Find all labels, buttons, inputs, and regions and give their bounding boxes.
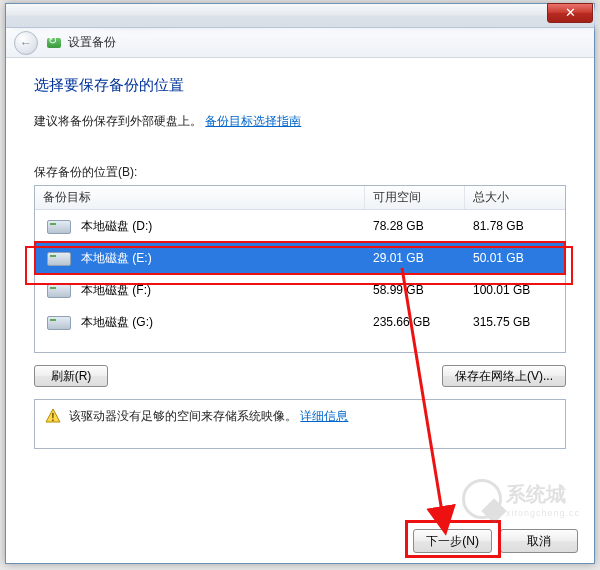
middle-button-row: 刷新(R) 保存在网络上(V)... bbox=[34, 365, 566, 387]
drive-free: 235.66 GB bbox=[365, 315, 465, 329]
warning-box: ! 该驱动器没有足够的空间来存储系统映像。 详细信息 bbox=[34, 399, 566, 449]
drive-total: 315.75 GB bbox=[465, 315, 565, 329]
drive-icon bbox=[45, 248, 73, 268]
instruction-label: 建议将备份保存到外部硬盘上。 bbox=[34, 114, 202, 128]
drive-icon bbox=[45, 280, 73, 300]
footer-buttons: 下一步(N) 取消 bbox=[413, 529, 578, 553]
drive-free: 78.28 GB bbox=[365, 219, 465, 233]
drive-rows-container: 本地磁盘 (D:)78.28 GB81.78 GB本地磁盘 (E:)29.01 … bbox=[35, 210, 565, 338]
next-button[interactable]: 下一步(N) bbox=[413, 529, 492, 553]
close-button[interactable]: ✕ bbox=[547, 3, 593, 23]
drive-total: 50.01 GB bbox=[465, 251, 565, 265]
drive-name: 本地磁盘 (F:) bbox=[81, 282, 365, 299]
guide-link[interactable]: 备份目标选择指南 bbox=[205, 114, 301, 128]
svg-text:!: ! bbox=[51, 412, 54, 423]
watermark-logo-icon bbox=[462, 479, 502, 519]
back-button[interactable]: ← bbox=[14, 31, 38, 55]
content-area: 选择要保存备份的位置 建议将备份保存到外部硬盘上。 备份目标选择指南 保存备份的… bbox=[6, 58, 594, 463]
header-bar: ← 设置备份 bbox=[6, 28, 594, 58]
drive-name: 本地磁盘 (E:) bbox=[81, 250, 365, 267]
col-header-target[interactable]: 备份目标 bbox=[35, 186, 365, 209]
location-label: 保存备份的位置(B): bbox=[34, 164, 566, 181]
warning-text: 该驱动器没有足够的空间来存储系统映像。 详细信息 bbox=[69, 408, 348, 425]
watermark: 系统城 xitongcheng.cc bbox=[462, 479, 580, 519]
drive-total: 81.78 GB bbox=[465, 219, 565, 233]
drive-name: 本地磁盘 (D:) bbox=[81, 218, 365, 235]
col-header-free[interactable]: 可用空间 bbox=[365, 186, 465, 209]
drive-row[interactable]: 本地磁盘 (G:)235.66 GB315.75 GB bbox=[35, 306, 565, 338]
page-title: 选择要保存备份的位置 bbox=[34, 76, 566, 95]
details-link[interactable]: 详细信息 bbox=[300, 409, 348, 423]
table-header: 备份目标 可用空间 总大小 bbox=[35, 186, 565, 210]
drive-row[interactable]: 本地磁盘 (F:)58.99 GB100.01 GB bbox=[35, 274, 565, 306]
watermark-text: 系统城 bbox=[506, 481, 580, 508]
drive-row[interactable]: 本地磁盘 (D:)78.28 GB81.78 GB bbox=[35, 210, 565, 242]
drive-row[interactable]: 本地磁盘 (E:)29.01 GB50.01 GB bbox=[35, 242, 565, 274]
backup-icon bbox=[46, 35, 62, 51]
header-title: 设置备份 bbox=[68, 34, 116, 51]
refresh-button[interactable]: 刷新(R) bbox=[34, 365, 108, 387]
drive-free: 58.99 GB bbox=[365, 283, 465, 297]
drive-table: 备份目标 可用空间 总大小 本地磁盘 (D:)78.28 GB81.78 GB本… bbox=[34, 185, 566, 353]
warning-icon: ! bbox=[45, 408, 61, 424]
drive-total: 100.01 GB bbox=[465, 283, 565, 297]
drive-name: 本地磁盘 (G:) bbox=[81, 314, 365, 331]
titlebar: ✕ bbox=[6, 4, 594, 28]
save-network-button[interactable]: 保存在网络上(V)... bbox=[442, 365, 566, 387]
drive-free: 29.01 GB bbox=[365, 251, 465, 265]
cancel-button[interactable]: 取消 bbox=[500, 529, 578, 553]
col-header-total[interactable]: 总大小 bbox=[465, 186, 565, 209]
watermark-sub: xitongcheng.cc bbox=[506, 508, 580, 518]
drive-icon bbox=[45, 312, 73, 332]
dialog-window: ✕ ← 设置备份 选择要保存备份的位置 建议将备份保存到外部硬盘上。 备份目标选… bbox=[5, 3, 595, 564]
instruction-text: 建议将备份保存到外部硬盘上。 备份目标选择指南 bbox=[34, 113, 566, 130]
warning-message: 该驱动器没有足够的空间来存储系统映像。 bbox=[69, 409, 297, 423]
drive-icon bbox=[45, 216, 73, 236]
